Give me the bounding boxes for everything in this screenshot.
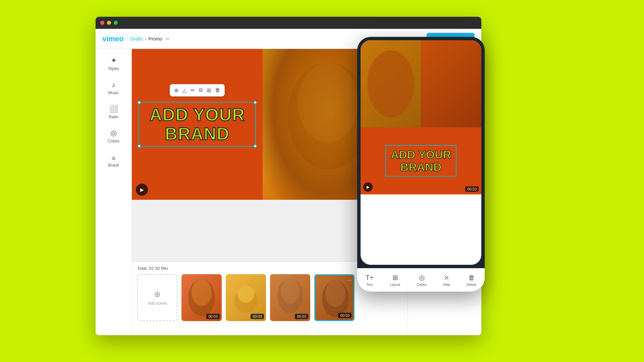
scene-thumb-2[interactable]: 00:03 <box>226 274 266 321</box>
colors-label: Colors <box>108 139 119 143</box>
scene-more-icon[interactable]: ··· <box>347 277 352 283</box>
phone-text-label: Text <box>367 283 373 287</box>
scene-thumb-1[interactable]: 00:03 <box>181 274 222 321</box>
phone-text-icon: T+ <box>366 274 374 282</box>
delete-icon[interactable]: 🗑 <box>215 87 220 94</box>
handle-top-right[interactable] <box>254 101 257 104</box>
scene-duration-2: 00:03 <box>251 314 264 319</box>
phone-bottom-nav: T+ Text ⊞ Layout ◎ Colors ⤫ Hide 🗑 Delet… <box>357 268 485 292</box>
phone-duration: 00:03 <box>465 186 479 192</box>
handle-bottom-left[interactable] <box>138 144 141 148</box>
traffic-light-green[interactable] <box>114 21 118 25</box>
phone-overlay: Done <box>357 37 485 292</box>
phone-delete-icon: 🗑 <box>468 274 475 282</box>
phone-hide-label: Hide <box>443 283 450 287</box>
ratio-icon: ⬜ <box>109 105 118 113</box>
svg-point-11 <box>367 50 414 117</box>
sidebar-item-music[interactable]: ♪ Music <box>99 76 129 99</box>
music-icon: ♪ <box>112 80 115 89</box>
phone-screen: Done <box>361 40 481 265</box>
scene-thumb-3[interactable]: 00:03 <box>270 274 310 321</box>
phone-video-preview: ADD YOUR BRAND ▶ 00:03 <box>361 40 481 265</box>
phone-nav-hide[interactable]: ⤫ Hide <box>443 274 450 287</box>
video-canvas: ⊕ △ ✏ ⧉ ⊞ 🗑 ADD YOUR BRAND <box>132 49 393 200</box>
breadcrumb-separator: › <box>145 36 147 42</box>
edit-title-icon[interactable]: ✏ <box>166 36 170 42</box>
traffic-light-yellow[interactable] <box>107 21 111 25</box>
move-icon[interactable]: ⊕ <box>174 87 178 94</box>
phone-play-button[interactable]: ▶ <box>363 182 373 192</box>
svg-point-7 <box>281 278 300 304</box>
scene-thumb-4[interactable]: ··· 00:03 <box>314 274 355 321</box>
phone-face-svg-right <box>361 40 421 127</box>
add-scene-label: Add scene <box>148 301 167 306</box>
phone-colors-icon: ◎ <box>419 274 425 282</box>
breadcrumb: Drafts › Promo ✏ <box>130 36 170 42</box>
styles-label: Styles <box>108 66 119 71</box>
add-icon[interactable]: ⊞ <box>207 87 211 94</box>
canvas-left: ⊕ △ ✏ ⧉ ⊞ 🗑 ADD YOUR BRAND <box>132 49 263 200</box>
phone-nav-delete[interactable]: 🗑 Delete <box>467 274 476 287</box>
sidebar-item-ratio[interactable]: ⬜ Ratio <box>99 101 129 123</box>
scene-duration-4: 00:03 <box>338 313 352 318</box>
svg-point-9 <box>325 280 345 307</box>
phone-nav-text[interactable]: T+ Text <box>366 274 374 287</box>
add-scene-icon: ⊕ <box>154 290 161 299</box>
sidebar-item-brand[interactable]: ⟁ Brand <box>99 149 129 172</box>
phone-text-element: ADD YOUR BRAND <box>385 145 457 177</box>
phone-colors-label: Colors <box>417 283 427 287</box>
brand-icon: ⟁ <box>111 153 116 162</box>
layer-up-icon[interactable]: △ <box>182 87 186 94</box>
styles-icon: ✦ <box>111 56 117 65</box>
phone-layout-icon: ⊞ <box>392 274 398 282</box>
phone-delete-label: Delete <box>467 283 476 287</box>
phone-hide-icon: ⤫ <box>444 274 449 282</box>
phone-video-right <box>421 40 481 127</box>
phone-nav-layout[interactable]: ⊞ Layout <box>390 274 400 287</box>
phone-video-bottom: ADD YOUR BRAND ▶ 00:03 <box>361 127 481 194</box>
sidebar-item-styles[interactable]: ✦ Styles <box>99 52 129 75</box>
handle-bottom-right[interactable] <box>254 144 257 148</box>
traffic-light-red[interactable] <box>100 21 104 25</box>
brand-label: Brand <box>108 163 119 168</box>
music-label: Music <box>108 90 119 95</box>
svg-point-3 <box>192 279 212 306</box>
text-element[interactable]: ⊕ △ ✏ ⧉ ⊞ 🗑 ADD YOUR BRAND <box>139 102 256 147</box>
duplicate-icon[interactable]: ⧉ <box>199 87 203 94</box>
ratio-label: Ratio <box>109 115 118 119</box>
edit-icon[interactable]: ✏ <box>191 87 195 94</box>
svg-point-1 <box>298 62 358 143</box>
phone-text-content: ADD YOUR BRAND <box>391 148 451 174</box>
sidebar-item-colors[interactable]: ◎ Colors <box>99 125 129 147</box>
phone-video-top <box>361 40 481 127</box>
browser-titlebar <box>96 17 481 29</box>
phone-nav-colors[interactable]: ◎ Colors <box>417 274 427 287</box>
breadcrumb-drafts[interactable]: Drafts <box>130 36 143 42</box>
add-scene-button[interactable]: ⊕ Add scene <box>137 274 177 321</box>
colors-icon: ◎ <box>110 129 117 137</box>
handle-top-left[interactable] <box>138 101 141 104</box>
breadcrumb-current: Promo <box>149 36 162 42</box>
svg-point-5 <box>237 286 254 303</box>
vimeo-logo: vimeo <box>102 35 124 43</box>
element-toolbar: ⊕ △ ✏ ⧉ ⊞ 🗑 <box>170 84 225 97</box>
play-button[interactable]: ▶ <box>136 184 148 196</box>
scene-duration-3: 00:03 <box>295 314 308 319</box>
left-sidebar: ✦ Styles ♪ Music ⬜ Ratio ◎ Colors ⟁ Br <box>96 49 132 335</box>
canvas-text-content: ADD YOUR BRAND <box>145 105 250 143</box>
phone-layout-label: Layout <box>390 283 400 287</box>
scene-duration-1: 00:03 <box>206 314 220 319</box>
